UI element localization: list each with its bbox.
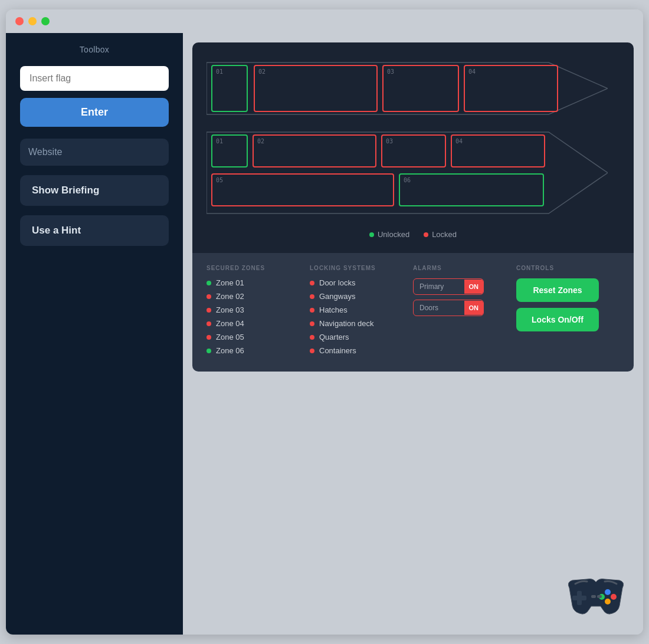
secured-zones-title: SECURED ZONES xyxy=(206,265,310,271)
locked-dot xyxy=(424,232,428,237)
ship-panel: 01 02 03 04 xyxy=(192,42,634,253)
primary-alarm: Primary ON xyxy=(413,278,484,295)
alarms-title: ALARMS xyxy=(413,265,516,271)
zone-01-status: Zone 01 xyxy=(206,278,310,287)
alarms-section: ALARMS Primary ON Doors ON xyxy=(413,265,516,360)
controls-title: CONTROLS xyxy=(516,265,620,271)
status-panel: SECURED ZONES Zone 01 Zone 02 Zone 03 xyxy=(192,253,634,372)
legend-unlocked: Unlocked xyxy=(369,230,409,239)
sidebar: Toolbox Enter Website Show Briefing Use … xyxy=(6,33,183,635)
zone-05-lower: 05 xyxy=(211,173,394,206)
svg-rect-9 xyxy=(597,595,602,598)
zone-01-upper: 01 xyxy=(211,65,248,112)
main-content: 01 02 03 04 xyxy=(183,33,643,635)
doors-alarm: Doors ON xyxy=(413,300,484,316)
locking-systems-title: LOCKING SYSTEMS xyxy=(310,265,413,271)
locking-systems-section: LOCKING SYSTEMS Door locks Gangways Hatc… xyxy=(310,265,413,360)
maximize-dot xyxy=(41,17,50,25)
zone-02-lower: 02 xyxy=(253,134,376,167)
svg-point-7 xyxy=(605,599,611,604)
website-button[interactable]: Website xyxy=(20,139,169,166)
hatches-status: Hatches xyxy=(310,305,413,314)
use-hint-button[interactable]: Use a Hint xyxy=(20,215,169,246)
minimize-dot xyxy=(28,17,37,25)
svg-rect-3 xyxy=(572,596,586,600)
secured-zones-section: SECURED ZONES Zone 01 Zone 02 Zone 03 xyxy=(206,265,310,360)
flag-input[interactable] xyxy=(20,66,169,91)
enter-button[interactable]: Enter xyxy=(20,98,169,127)
locks-on-off-button[interactable]: Locks On/Off xyxy=(516,308,599,331)
lower-ship: 01 02 03 04 xyxy=(206,126,608,219)
zone-02-upper: 02 xyxy=(254,65,378,112)
legend: Unlocked Locked xyxy=(206,225,620,244)
main-layout: Toolbox Enter Website Show Briefing Use … xyxy=(6,33,643,635)
zone-04-lower: 04 xyxy=(451,134,545,167)
zone-05-status: Zone 05 xyxy=(206,333,310,341)
legend-locked: Locked xyxy=(424,230,457,239)
reset-zones-button[interactable]: Reset Zones xyxy=(516,278,599,302)
gangways-status: Gangways xyxy=(310,292,413,301)
svg-rect-8 xyxy=(591,595,596,598)
nav-deck-status: Navigation deck xyxy=(310,319,413,328)
zone-03-lower: 03 xyxy=(381,134,446,167)
svg-point-5 xyxy=(611,594,617,600)
containers-status: Containers xyxy=(310,346,413,355)
titlebar xyxy=(6,9,643,33)
gamepad-icon xyxy=(560,573,631,623)
controls-section: CONTROLS Reset Zones Locks On/Off xyxy=(516,265,620,360)
sidebar-title: Toolbox xyxy=(20,45,169,54)
svg-point-4 xyxy=(605,589,611,595)
zone-06-status: Zone 06 xyxy=(206,346,310,355)
quarters-status: Quarters xyxy=(310,333,413,341)
unlocked-dot xyxy=(369,232,374,237)
door-locks-status: Door locks xyxy=(310,278,413,287)
zone-03-status: Zone 03 xyxy=(206,305,310,314)
gamepad-svg xyxy=(560,573,631,620)
zone-06-lower: 06 xyxy=(399,173,544,206)
close-dot xyxy=(15,17,24,25)
zone-03-upper: 03 xyxy=(382,65,459,112)
zone-02-status: Zone 02 xyxy=(206,292,310,301)
app-window: Toolbox Enter Website Show Briefing Use … xyxy=(6,9,643,635)
zone-01-lower: 01 xyxy=(211,134,248,167)
zone-04-upper: 04 xyxy=(464,65,558,112)
show-briefing-button[interactable]: Show Briefing xyxy=(20,175,169,206)
zone-04-status: Zone 04 xyxy=(206,319,310,328)
upper-ship: 01 02 03 04 xyxy=(206,57,608,120)
